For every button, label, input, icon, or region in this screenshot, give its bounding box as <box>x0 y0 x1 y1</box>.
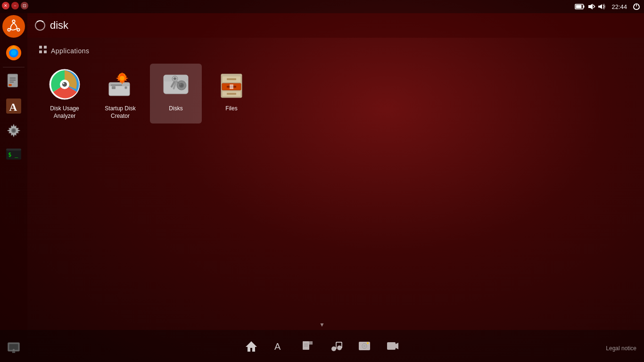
svg-point-53 <box>120 76 124 81</box>
svg-rect-56 <box>112 86 116 89</box>
app-disk-usage-analyzer[interactable]: Disk Usage Analyzer <box>39 64 91 123</box>
svg-point-16 <box>13 20 15 22</box>
battery-icon[interactable] <box>575 3 585 10</box>
search-spinner <box>35 20 45 31</box>
svg-rect-1 <box>576 5 582 8</box>
bottom-home[interactable] <box>245 339 258 353</box>
svg-rect-77 <box>227 93 236 95</box>
svg-rect-75 <box>230 84 233 89</box>
svg-rect-42 <box>44 46 47 49</box>
bottom-photos[interactable] <box>358 339 371 353</box>
top-bar: 22:44 <box>0 0 644 13</box>
power-icon[interactable] <box>633 3 640 10</box>
svg-rect-40 <box>39 46 42 49</box>
ubuntu-launcher-button[interactable] <box>2 15 25 38</box>
close-button[interactable]: ✕ <box>2 2 9 9</box>
svg-rect-80 <box>303 341 309 350</box>
svg-marker-81 <box>309 341 313 345</box>
svg-text:$ _: $ _ <box>8 151 18 158</box>
svg-marker-78 <box>246 341 257 352</box>
startup-disk-creator-icon-container <box>103 67 137 101</box>
svg-marker-4 <box>590 4 593 9</box>
svg-point-58 <box>125 87 127 89</box>
svg-point-18 <box>8 29 10 31</box>
svg-rect-3 <box>588 5 590 8</box>
system-tray: 22:44 <box>575 3 640 10</box>
launcher-separator-1 <box>3 67 25 67</box>
search-input[interactable] <box>50 19 636 32</box>
svg-marker-9 <box>600 4 602 9</box>
disks-icon-container <box>159 67 193 101</box>
grid-icon <box>39 45 47 56</box>
svg-point-85 <box>337 346 342 350</box>
svg-point-46 <box>62 82 67 87</box>
svg-point-84 <box>331 346 336 351</box>
legal-notice[interactable]: Legal notice <box>606 345 636 352</box>
files-icon-container <box>215 67 248 101</box>
window-controls: ✕ − ⊡ <box>2 2 28 9</box>
audio-icon[interactable] <box>588 3 595 10</box>
main-content: Applications Disk U <box>27 38 644 329</box>
bottom-files[interactable] <box>301 339 314 353</box>
startup-disk-creator-label: Startup Disk Creator <box>98 105 142 120</box>
svg-rect-34 <box>6 148 21 150</box>
svg-point-21 <box>11 50 17 56</box>
clock: 22:44 <box>611 3 627 10</box>
bottom-bar: A <box>0 330 644 362</box>
bottom-video[interactable] <box>386 339 399 353</box>
launcher-item-terminal[interactable]: $ _ <box>2 144 25 166</box>
svg-rect-93 <box>387 342 396 350</box>
svg-marker-94 <box>396 343 398 349</box>
app-files[interactable]: Files <box>206 64 257 123</box>
svg-rect-27 <box>8 84 11 86</box>
search-bar <box>27 13 644 38</box>
app-disks[interactable]: Disks <box>150 64 202 123</box>
svg-rect-41 <box>39 50 42 53</box>
other-button[interactable]: ⊡ <box>21 2 28 9</box>
launcher-sidebar: A $ _ <box>0 13 27 362</box>
launcher-item-browser[interactable] <box>2 41 25 64</box>
disk-usage-analyzer-icon-container <box>48 67 82 101</box>
svg-point-17 <box>17 29 19 31</box>
files-label: Files <box>225 105 237 113</box>
bottom-music[interactable] <box>330 339 343 353</box>
svg-rect-43 <box>44 50 47 53</box>
svg-point-47 <box>63 83 65 84</box>
svg-point-32 <box>12 129 15 132</box>
minimize-button[interactable]: − <box>11 2 19 9</box>
svg-text:A: A <box>9 101 17 113</box>
svg-point-92 <box>367 342 369 344</box>
launcher-item-document[interactable] <box>2 70 25 93</box>
disks-label: Disks <box>169 105 182 113</box>
launcher-item-settings[interactable] <box>2 119 25 142</box>
applications-section-header: Applications <box>39 45 633 56</box>
applications-title: Applications <box>51 47 90 55</box>
bottom-apps[interactable]: A <box>273 339 286 353</box>
svg-point-91 <box>363 345 366 347</box>
svg-rect-50 <box>111 84 122 86</box>
disk-usage-analyzer-label: Disk Usage Analyzer <box>42 105 87 120</box>
volume-icon[interactable] <box>598 3 606 10</box>
apps-grid: Disk Usage Analyzer <box>39 64 633 123</box>
svg-rect-72 <box>227 78 236 80</box>
app-startup-disk-creator[interactable]: Startup Disk Creator <box>94 64 146 123</box>
svg-rect-2 <box>583 6 585 8</box>
launcher-item-font[interactable]: A <box>2 95 25 117</box>
svg-text:A: A <box>274 341 281 352</box>
svg-rect-8 <box>598 6 600 8</box>
scroll-indicator: ▼ <box>319 321 325 328</box>
